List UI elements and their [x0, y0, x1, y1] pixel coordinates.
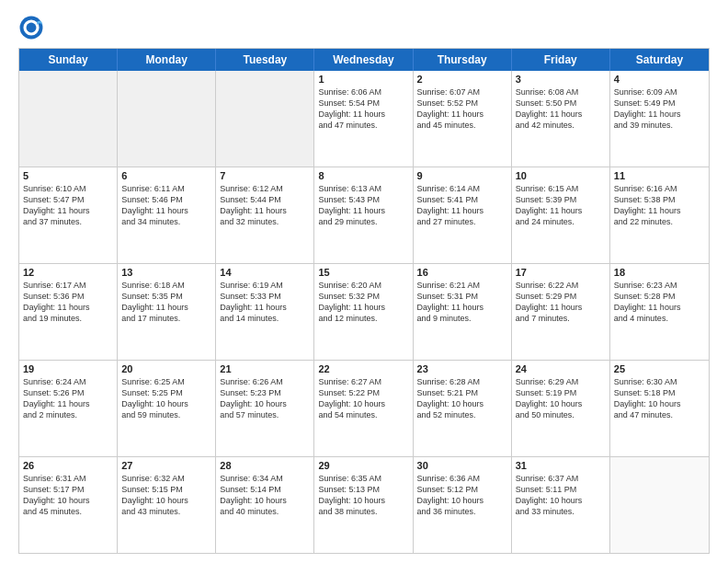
calendar-cell: 9Sunrise: 6:14 AM Sunset: 5:41 PM Daylig… [414, 167, 512, 263]
day-number: 2 [417, 74, 507, 85]
calendar-row-0: 1Sunrise: 6:06 AM Sunset: 5:54 PM Daylig… [19, 71, 709, 167]
day-number: 25 [614, 363, 705, 374]
day-number: 9 [417, 170, 507, 181]
calendar-cell: 28Sunrise: 6:34 AM Sunset: 5:14 PM Dayli… [216, 457, 314, 553]
day-number: 11 [614, 170, 705, 181]
calendar-cell [610, 457, 709, 553]
day-number: 6 [121, 170, 211, 181]
calendar-cell: 18Sunrise: 6:23 AM Sunset: 5:28 PM Dayli… [610, 264, 709, 360]
calendar-row-1: 5Sunrise: 6:10 AM Sunset: 5:47 PM Daylig… [19, 167, 709, 263]
calendar-cell: 10Sunrise: 6:15 AM Sunset: 5:39 PM Dayli… [512, 167, 610, 263]
calendar: SundayMondayTuesdayWednesdayThursdayFrid… [18, 48, 710, 554]
calendar-cell: 16Sunrise: 6:21 AM Sunset: 5:31 PM Dayli… [414, 264, 512, 360]
day-number: 18 [614, 267, 705, 278]
calendar-cell: 31Sunrise: 6:37 AM Sunset: 5:11 PM Dayli… [512, 457, 610, 553]
cell-info: Sunrise: 6:18 AM Sunset: 5:35 PM Dayligh… [121, 280, 211, 325]
cell-info: Sunrise: 6:15 AM Sunset: 5:39 PM Dayligh… [516, 183, 606, 228]
cell-info: Sunrise: 6:25 AM Sunset: 5:25 PM Dayligh… [121, 376, 211, 421]
cell-info: Sunrise: 6:14 AM Sunset: 5:41 PM Dayligh… [417, 183, 507, 228]
cell-info: Sunrise: 6:17 AM Sunset: 5:36 PM Dayligh… [23, 280, 113, 325]
logo-icon [18, 15, 44, 40]
calendar-cell: 4Sunrise: 6:09 AM Sunset: 5:49 PM Daylig… [610, 71, 709, 167]
calendar-cell: 7Sunrise: 6:12 AM Sunset: 5:44 PM Daylig… [216, 167, 314, 263]
day-number: 22 [318, 363, 408, 374]
calendar-cell: 14Sunrise: 6:19 AM Sunset: 5:33 PM Dayli… [216, 264, 314, 360]
day-number: 29 [318, 460, 408, 471]
calendar-cell: 2Sunrise: 6:07 AM Sunset: 5:52 PM Daylig… [414, 71, 512, 167]
header [18, 15, 710, 40]
day-number: 30 [417, 460, 507, 471]
calendar-cell: 26Sunrise: 6:31 AM Sunset: 5:17 PM Dayli… [19, 457, 118, 553]
calendar-cell: 6Sunrise: 6:11 AM Sunset: 5:46 PM Daylig… [118, 167, 216, 263]
cell-info: Sunrise: 6:35 AM Sunset: 5:13 PM Dayligh… [318, 473, 408, 518]
calendar-row-4: 26Sunrise: 6:31 AM Sunset: 5:17 PM Dayli… [19, 456, 709, 553]
cell-info: Sunrise: 6:09 AM Sunset: 5:49 PM Dayligh… [614, 86, 705, 132]
cell-info: Sunrise: 6:10 AM Sunset: 5:47 PM Dayligh… [23, 183, 113, 228]
day-number: 7 [220, 170, 310, 181]
calendar-cell: 22Sunrise: 6:27 AM Sunset: 5:22 PM Dayli… [314, 361, 413, 456]
cell-info: Sunrise: 6:13 AM Sunset: 5:43 PM Dayligh… [318, 183, 408, 228]
day-number: 24 [516, 363, 606, 374]
cell-info: Sunrise: 6:12 AM Sunset: 5:44 PM Dayligh… [220, 183, 310, 228]
day-number: 4 [614, 74, 705, 85]
header-tuesday: Tuesday [216, 49, 314, 71]
cell-info: Sunrise: 6:07 AM Sunset: 5:52 PM Dayligh… [417, 86, 507, 132]
day-number: 8 [318, 170, 408, 181]
calendar-cell: 8Sunrise: 6:13 AM Sunset: 5:43 PM Daylig… [314, 167, 413, 263]
calendar-cell: 27Sunrise: 6:32 AM Sunset: 5:15 PM Dayli… [118, 457, 216, 553]
calendar-cell: 3Sunrise: 6:08 AM Sunset: 5:50 PM Daylig… [512, 71, 610, 167]
calendar-row-3: 19Sunrise: 6:24 AM Sunset: 5:26 PM Dayli… [19, 360, 709, 456]
cell-info: Sunrise: 6:28 AM Sunset: 5:21 PM Dayligh… [417, 376, 507, 421]
cell-info: Sunrise: 6:06 AM Sunset: 5:54 PM Dayligh… [318, 86, 408, 132]
header-monday: Monday [118, 49, 216, 71]
calendar-cell: 23Sunrise: 6:28 AM Sunset: 5:21 PM Dayli… [414, 361, 512, 456]
day-number: 23 [417, 363, 507, 374]
calendar-cell: 11Sunrise: 6:16 AM Sunset: 5:38 PM Dayli… [610, 167, 709, 263]
calendar-cell: 29Sunrise: 6:35 AM Sunset: 5:13 PM Dayli… [314, 457, 413, 553]
calendar-header-row: SundayMondayTuesdayWednesdayThursdayFrid… [19, 49, 709, 71]
cell-info: Sunrise: 6:22 AM Sunset: 5:29 PM Dayligh… [516, 280, 606, 325]
calendar-cell: 30Sunrise: 6:36 AM Sunset: 5:12 PM Dayli… [414, 457, 512, 553]
calendar-cell: 21Sunrise: 6:26 AM Sunset: 5:23 PM Dayli… [216, 361, 314, 456]
calendar-cell [216, 71, 314, 167]
cell-info: Sunrise: 6:24 AM Sunset: 5:26 PM Dayligh… [23, 376, 113, 421]
cell-info: Sunrise: 6:34 AM Sunset: 5:14 PM Dayligh… [220, 473, 310, 518]
header-sunday: Sunday [19, 49, 118, 71]
day-number: 10 [516, 170, 606, 181]
calendar-cell: 19Sunrise: 6:24 AM Sunset: 5:26 PM Dayli… [19, 361, 118, 456]
header-friday: Friday [512, 49, 610, 71]
cell-info: Sunrise: 6:20 AM Sunset: 5:32 PM Dayligh… [318, 280, 408, 325]
cell-info: Sunrise: 6:16 AM Sunset: 5:38 PM Dayligh… [614, 183, 705, 228]
calendar-cell: 17Sunrise: 6:22 AM Sunset: 5:29 PM Dayli… [512, 264, 610, 360]
cell-info: Sunrise: 6:37 AM Sunset: 5:11 PM Dayligh… [516, 473, 606, 518]
calendar-body: 1Sunrise: 6:06 AM Sunset: 5:54 PM Daylig… [19, 71, 709, 553]
calendar-cell [19, 71, 118, 167]
calendar-row-2: 12Sunrise: 6:17 AM Sunset: 5:36 PM Dayli… [19, 263, 709, 360]
header-saturday: Saturday [610, 49, 709, 71]
day-number: 13 [121, 267, 211, 278]
cell-info: Sunrise: 6:11 AM Sunset: 5:46 PM Dayligh… [121, 183, 211, 228]
svg-point-2 [27, 23, 37, 33]
header-wednesday: Wednesday [314, 49, 413, 71]
day-number: 26 [23, 460, 113, 471]
cell-info: Sunrise: 6:19 AM Sunset: 5:33 PM Dayligh… [220, 280, 310, 325]
calendar-cell: 25Sunrise: 6:30 AM Sunset: 5:18 PM Dayli… [610, 361, 709, 456]
page: SundayMondayTuesdayWednesdayThursdayFrid… [0, 0, 728, 563]
day-number: 21 [220, 363, 310, 374]
cell-info: Sunrise: 6:27 AM Sunset: 5:22 PM Dayligh… [318, 376, 408, 421]
calendar-cell: 1Sunrise: 6:06 AM Sunset: 5:54 PM Daylig… [314, 71, 413, 167]
day-number: 14 [220, 267, 310, 278]
day-number: 27 [121, 460, 211, 471]
day-number: 1 [318, 74, 408, 85]
cell-info: Sunrise: 6:29 AM Sunset: 5:19 PM Dayligh… [516, 376, 606, 421]
cell-info: Sunrise: 6:26 AM Sunset: 5:23 PM Dayligh… [220, 376, 310, 421]
calendar-cell: 12Sunrise: 6:17 AM Sunset: 5:36 PM Dayli… [19, 264, 118, 360]
day-number: 3 [516, 74, 606, 85]
calendar-cell: 20Sunrise: 6:25 AM Sunset: 5:25 PM Dayli… [118, 361, 216, 456]
day-number: 31 [516, 460, 606, 471]
calendar-cell: 5Sunrise: 6:10 AM Sunset: 5:47 PM Daylig… [19, 167, 118, 263]
cell-info: Sunrise: 6:08 AM Sunset: 5:50 PM Dayligh… [516, 86, 606, 132]
day-number: 16 [417, 267, 507, 278]
calendar-cell: 24Sunrise: 6:29 AM Sunset: 5:19 PM Dayli… [512, 361, 610, 456]
cell-info: Sunrise: 6:21 AM Sunset: 5:31 PM Dayligh… [417, 280, 507, 325]
